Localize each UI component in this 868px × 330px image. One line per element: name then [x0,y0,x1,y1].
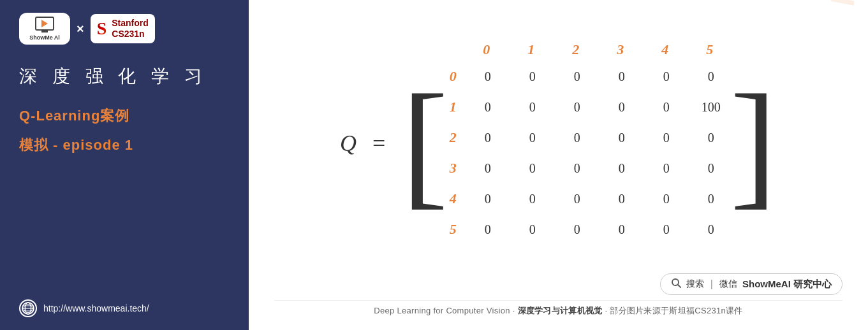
cell-2-3: 0 [600,122,644,153]
cell-5-3: 0 [600,214,644,245]
svg-point-0 [22,303,34,314]
cell-1-3: 0 [600,92,644,122]
matrix-equation: Q = [ 0 1 2 3 4 5 [340,41,777,245]
cell-1-5: 100 [689,92,733,122]
cell-4-5: 0 [689,183,733,214]
cell-4-4: 0 [644,183,689,214]
cell-4-2: 0 [555,183,600,214]
svg-line-6 [678,285,680,287]
cell-0-3: 0 [600,61,644,92]
row-headers: 0 1 2 3 4 5 [445,61,461,245]
stanford-badge: S Stanford CS231n [91,14,155,43]
search-icon [671,278,681,291]
row-header-0: 0 [445,61,461,92]
row-header-1: 1 [445,92,461,122]
row-header-3: 3 [445,153,461,183]
cell-5-4: 0 [644,214,689,245]
cell-5-2: 0 [555,214,600,245]
main-content: ShowMeAI Q = [ 0 1 2 3 4 5 [249,0,868,330]
cell-1-4: 0 [644,92,689,122]
cell-2-4: 0 [644,122,689,153]
stanford-label: Stanford [112,18,149,29]
cell-1-2: 0 [555,92,600,122]
wechat-label: 微信 [719,278,737,290]
footer-text: Deep Learning for Computer Vision · 深度学习… [374,306,742,315]
subtitle1: Q-Learning案例 [19,106,230,126]
cell-5-0: 0 [466,214,510,245]
subtitle2: 模拟 - episode 1 [19,136,230,155]
cell-3-3: 0 [600,153,644,183]
logo-area: ShowMe Al × S Stanford CS231n [19,13,230,45]
monitor-icon [35,17,54,31]
cell-3-5: 0 [689,153,733,183]
website-area[interactable]: http://www.showmeai.tech/ [19,299,230,317]
col-header-1: 1 [509,41,554,58]
cell-0-2: 0 [555,61,600,92]
cell-4-1: 0 [510,183,555,214]
row-header-2: 2 [445,122,461,153]
footer-dot2: · [605,306,607,315]
cs231n-label: CS231n [112,29,149,39]
matrix-area: Q = [ 0 1 2 3 4 5 [274,13,842,273]
matrix-grid: 00000000000100000000000000000000000000 [466,61,733,245]
cell-3-1: 0 [510,153,555,183]
search-box[interactable]: 搜索 | 微信 ShowMeAI 研究中心 [660,273,842,295]
cell-2-5: 0 [689,122,733,153]
search-text: 搜索 [686,278,704,290]
row-header-5: 5 [445,214,461,245]
footer-dot1: · [513,306,515,315]
footer: Deep Learning for Computer Vision · 深度学习… [274,300,842,320]
matrix-wrapper: [ 0 1 2 3 4 5 0 1 [401,41,777,245]
col-headers: 0 1 2 3 4 5 [464,41,733,58]
globe-icon [19,299,37,317]
footer-text3: 部分图片来源于斯坦福CS231n课件 [610,306,742,315]
cell-0-1: 0 [510,61,555,92]
footer-text1: Deep Learning for Computer Vision [374,306,510,315]
q-label: Q [340,130,357,157]
cell-3-0: 0 [466,153,510,183]
cell-1-0: 0 [466,92,510,122]
brand-label: ShowMeAI 研究中心 [742,278,832,291]
cell-4-3: 0 [600,183,644,214]
play-icon [41,20,48,27]
cell-3-4: 0 [644,153,689,183]
cell-3-2: 0 [555,153,600,183]
website-url[interactable]: http://www.showmeai.tech/ [43,303,149,313]
search-area: 搜索 | 微信 ShowMeAI 研究中心 [274,273,842,295]
cell-0-0: 0 [466,61,510,92]
matrix-content: 0 1 2 3 4 5 0 1 2 3 4 [445,41,733,245]
watermark: ShowMeAI [823,0,862,6]
row-header-4: 4 [445,183,461,214]
stanford-text: Stanford CS231n [112,18,149,39]
sidebar: ShowMe Al × S Stanford CS231n 深 度 强 化 学 … [0,0,249,330]
cell-2-2: 0 [555,122,600,153]
cell-0-4: 0 [644,61,689,92]
footer-text2: 深度学习与计算机视觉 [518,306,603,315]
cell-1-1: 0 [510,92,555,122]
col-header-5: 5 [688,41,732,58]
cell-4-0: 0 [466,183,510,214]
col-header-2: 2 [554,41,598,58]
equals-sign: = [372,130,385,157]
bracket-right: ] [730,73,777,213]
main-title: 深 度 强 化 学 习 [19,64,230,89]
col-header-3: 3 [598,41,643,58]
col-header-4: 4 [643,41,688,58]
logo-icon [35,17,54,31]
showmeai-label: ShowMe Al [29,34,60,41]
stanford-s-icon: S [97,20,107,38]
cell-2-1: 0 [510,122,555,153]
cell-0-5: 0 [689,61,733,92]
cell-5-5: 0 [689,214,733,245]
times-symbol: × [77,22,84,36]
showmeai-logo: ShowMe Al [19,13,70,45]
search-divider: | [710,278,713,290]
matrix-rows: 0 1 2 3 4 5 0000000000010000000000000000… [445,61,733,245]
cell-5-1: 0 [510,214,555,245]
cell-2-0: 0 [466,122,510,153]
bracket-left: [ [401,73,448,213]
col-header-0: 0 [464,41,509,58]
svg-point-1 [26,303,31,314]
